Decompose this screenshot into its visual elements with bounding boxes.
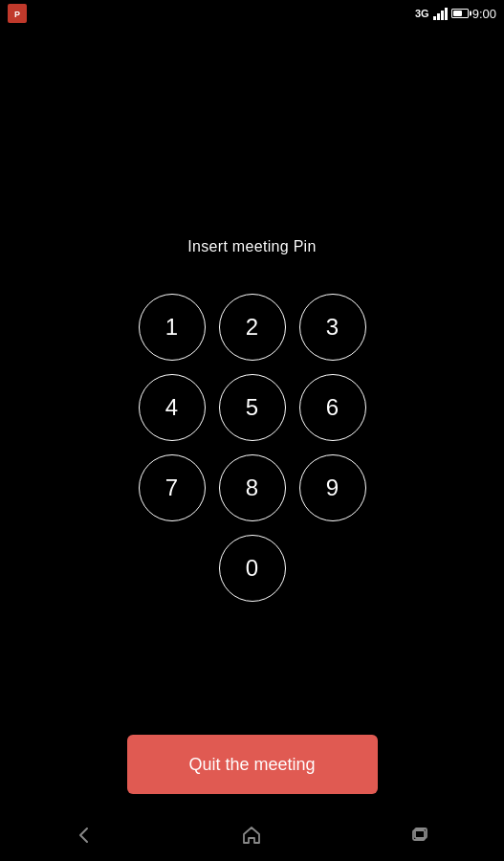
svg-text:P: P <box>14 10 20 19</box>
status-bar-left: P <box>8 4 27 23</box>
main-content: Insert meeting Pin 1 2 3 4 5 6 7 8 9 0 <box>0 27 504 813</box>
keypad-row-2: 4 5 6 <box>139 374 366 441</box>
keypad-row-1: 1 2 3 <box>139 294 366 361</box>
home-nav-button[interactable] <box>233 817 270 858</box>
keypad-row-3: 7 8 9 <box>139 454 366 521</box>
pin-keypad: 1 2 3 4 5 6 7 8 9 0 <box>139 294 366 602</box>
recents-nav-button[interactable] <box>402 817 438 858</box>
key-2[interactable]: 2 <box>219 294 286 361</box>
key-8[interactable]: 8 <box>219 454 286 521</box>
status-bar-right: 3G 9:00 <box>415 7 496 21</box>
quit-button-container: Quit the meeting <box>0 735 504 794</box>
key-4[interactable]: 4 <box>139 374 206 441</box>
back-nav-button[interactable] <box>66 817 102 858</box>
signal-icon <box>433 7 448 20</box>
app-icon: P <box>8 4 27 23</box>
key-6[interactable]: 6 <box>299 374 366 441</box>
key-0[interactable]: 0 <box>219 535 286 602</box>
key-3[interactable]: 3 <box>299 294 366 361</box>
signal-type: 3G <box>415 8 429 19</box>
status-time: 9:00 <box>472 7 496 21</box>
keypad-row-4: 0 <box>219 535 286 602</box>
status-bar: P 3G 9:00 <box>0 0 504 27</box>
quit-meeting-button[interactable]: Quit the meeting <box>127 735 378 794</box>
pin-prompt-text: Insert meeting Pin <box>187 238 316 255</box>
key-5[interactable]: 5 <box>219 374 286 441</box>
nav-bar <box>0 813 504 861</box>
key-1[interactable]: 1 <box>139 294 206 361</box>
battery-icon <box>451 9 469 18</box>
key-9[interactable]: 9 <box>299 454 366 521</box>
key-7[interactable]: 7 <box>139 454 206 521</box>
